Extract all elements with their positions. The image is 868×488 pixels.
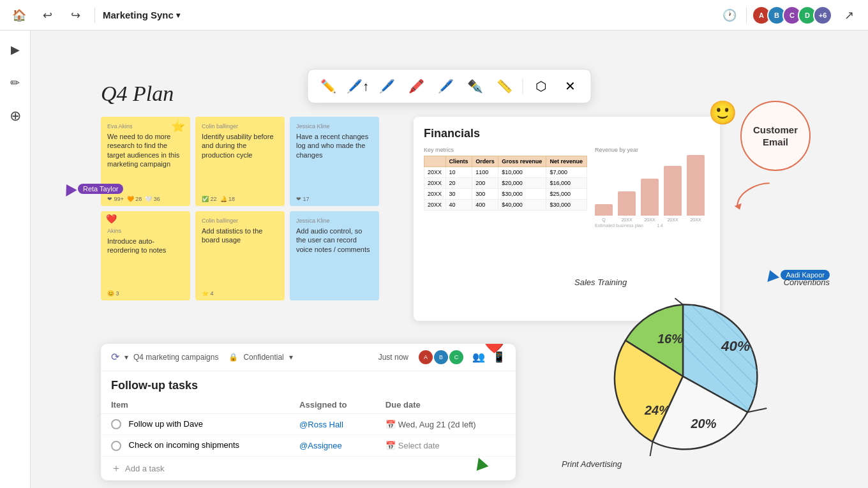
- sticky-note-3[interactable]: Jessica Kline Have a recent changes log …: [290, 117, 379, 206]
- bar-1: [595, 204, 613, 216]
- sticky-note-4-name: Akins: [107, 228, 184, 234]
- bar-col-2: 20XX: [618, 191, 636, 222]
- task-1-due[interactable]: 📅 Wed, Aug 21 (2d left): [375, 413, 516, 435]
- sticky-note-2-footer: ✅ 22 🔔 18: [202, 196, 235, 202]
- sticky-note-4-footer: 😊 3: [107, 290, 119, 297]
- task-2-assigned[interactable]: @Assignee: [289, 435, 375, 457]
- avatar-count[interactable]: +6: [813, 6, 832, 25]
- separator: [94, 8, 95, 23]
- sticky-note-6[interactable]: Jessica Kline Add audio control, so the …: [290, 211, 379, 300]
- sticky-note-3-content: Have a recent changes log and who made t…: [296, 132, 373, 159]
- sticky-note-5-content: Add statistics to the board usage: [202, 226, 278, 245]
- financials-table-area: Key metrics Clients Orders Gross revenue…: [424, 147, 587, 228]
- timestamp: Just now: [378, 353, 408, 362]
- task-1-item: Follow up with Dave: [101, 413, 289, 435]
- gray-tool[interactable]: ✒️: [464, 75, 487, 98]
- sticky-note-5[interactable]: Colin ballinger Add statistics to the bo…: [195, 211, 285, 300]
- confidential-chevron-icon: ▾: [289, 353, 293, 362]
- redo-button[interactable]: ↪: [64, 4, 87, 27]
- fin-row-4: 20XX40400$40,000$30,000: [424, 200, 587, 211]
- emoji-face: 🙂: [708, 100, 737, 126]
- bar-col-5: 20XX: [687, 155, 705, 222]
- pen-tool[interactable]: ✏: [4, 71, 27, 94]
- cursor-tag-reta: Reta Taylor: [78, 184, 123, 194]
- yellow-marker-tool[interactable]: 🖍️: [405, 75, 428, 98]
- lock-icon: 🔒: [228, 353, 238, 362]
- task-row-1[interactable]: Follow up with Dave @Ross Hall 📅 Wed, Au…: [101, 413, 516, 435]
- sticky-note-1-footer: ❤ 99+ 🧡 28 🤍 36: [107, 196, 160, 202]
- blue-pen-tool[interactable]: 🖊️: [376, 75, 399, 98]
- toolbar-divider: [523, 78, 523, 94]
- chevron-down-icon: ▾: [176, 11, 180, 20]
- add-task-button[interactable]: ＋ Add a task: [101, 457, 516, 480]
- financials-content: Key metrics Clients Orders Gross revenue…: [424, 147, 710, 228]
- fin-row-2: 20XX20200$20,000$16,000: [424, 178, 587, 189]
- loop-icon: ⟳: [111, 351, 119, 363]
- drawing-toolbar: ✏️ 🖊️↑ 🖊️ 🖍️ 🖊️ ✒️ 📏 ⬡ ✕: [308, 69, 592, 103]
- q4-heading: Q4 Plan: [101, 82, 174, 106]
- top-bar: 🏠 ↩ ↪ Marketing Sync ▾ 🕐 A B C D +6 ↗: [0, 0, 868, 31]
- share-icon[interactable]: ↗: [837, 4, 860, 27]
- sticky-note-4[interactable]: ❤️ Akins Introduce auto-reordering to no…: [101, 211, 190, 300]
- svg-line-7: [731, 297, 763, 329]
- lasso-tool[interactable]: ⬡: [530, 75, 553, 98]
- task-row-2[interactable]: Check on incoming shipments @Assignee 📅 …: [101, 435, 516, 457]
- pen-up-tool[interactable]: 🖊️↑: [347, 75, 370, 98]
- svg-text:16%: 16%: [657, 332, 683, 346]
- bar-chart: Q 20XX 20XX 20XX: [595, 158, 710, 222]
- task-2-item: Check on incoming shipments: [101, 435, 289, 457]
- bar-3: [641, 179, 659, 216]
- heart-icon: ❤️: [106, 214, 117, 224]
- task-2-checkbox[interactable]: [111, 441, 121, 451]
- cursor-triangle-reta: [61, 181, 77, 196]
- sticky-note-6-content: Add audio control, so the user can recor…: [296, 226, 373, 254]
- mini-avatar-2: B: [434, 350, 448, 364]
- col-header-orders: Orders: [472, 156, 498, 167]
- bar-2: [618, 191, 636, 216]
- star-icon: ⭐: [171, 119, 185, 133]
- pie-chart-area: Sales Training Conventions Print Adverti…: [562, 277, 830, 482]
- undo-button[interactable]: ↩: [36, 4, 59, 27]
- add-tool[interactable]: ⊕: [4, 105, 27, 128]
- pink-marker-tool[interactable]: 🖊️: [435, 75, 458, 98]
- col-header-clients: Clients: [445, 156, 472, 167]
- tasks-card-header: ⟳ ▾ Q4 marketing campaigns 🔒 Confidentia…: [101, 344, 516, 371]
- tasks-table-header-row: Item Assigned to Due date: [101, 396, 516, 414]
- bar-col-4: 20XX: [664, 166, 682, 222]
- heart-float-icon: ❤️: [483, 344, 505, 355]
- task-2-due[interactable]: 📅 Select date: [375, 435, 516, 457]
- sticky-note-2-name: Colin ballinger: [202, 123, 278, 129]
- home-icon[interactable]: 🏠: [8, 4, 31, 27]
- pie-chart-svg: 40% 16% 24% 20%: [594, 297, 772, 456]
- history-icon[interactable]: 🕐: [718, 4, 741, 27]
- pie-label-sales: Sales Training: [574, 277, 627, 287]
- avatar-group: A B C D +6: [752, 6, 832, 25]
- financials-table: Clients Orders Gross revenue Net revenue…: [424, 156, 587, 211]
- financials-title: Financials: [424, 127, 710, 140]
- canvas: ✏️ 🖊️↑ 🖊️ 🖍️ 🖊️ ✒️ 📏 ⬡ ✕ Q4 Plan Eva Aki…: [31, 31, 868, 488]
- sticky-notes-grid: Eva Akins ⭐ We need to do more research …: [101, 117, 379, 300]
- sticky-note-2[interactable]: Colin ballinger Identify usability befor…: [195, 117, 285, 206]
- sticky-note-3-name: Jessica Kline: [296, 123, 373, 129]
- col-assigned: Assigned to: [289, 396, 375, 414]
- left-sidebar: ▶ ✏ ⊕: [0, 31, 31, 488]
- mini-avatar-1: A: [419, 350, 433, 364]
- close-toolbar-button[interactable]: ✕: [559, 75, 582, 98]
- customer-email-area: Customer Email: [740, 101, 811, 171]
- sticky-note-4-content: Introduce auto-reordering to notes: [107, 237, 184, 255]
- sticky-note-5-name: Colin ballinger: [202, 218, 278, 224]
- col-due: Due date: [375, 396, 516, 414]
- tasks-title: Follow-up tasks: [101, 371, 516, 396]
- select-tool[interactable]: ▶: [4, 38, 27, 61]
- task-1-checkbox[interactable]: [111, 419, 121, 429]
- pencil-tool[interactable]: ✏️: [317, 75, 340, 98]
- ruler-tool[interactable]: 📏: [493, 75, 516, 98]
- confidential-label: Confidential: [243, 353, 283, 362]
- document-title[interactable]: Marketing Sync ▾: [103, 10, 180, 20]
- tasks-card: ❤️ ⟳ ▾ Q4 marketing campaigns 🔒 Confiden…: [101, 344, 516, 480]
- task-1-assigned[interactable]: @Ross Hall: [289, 413, 375, 435]
- calendar-icon-2: 📅: [385, 441, 396, 450]
- bar-col-1: Q: [595, 204, 613, 222]
- svg-text:40%: 40%: [721, 338, 750, 354]
- mini-avatar-3: C: [449, 350, 463, 364]
